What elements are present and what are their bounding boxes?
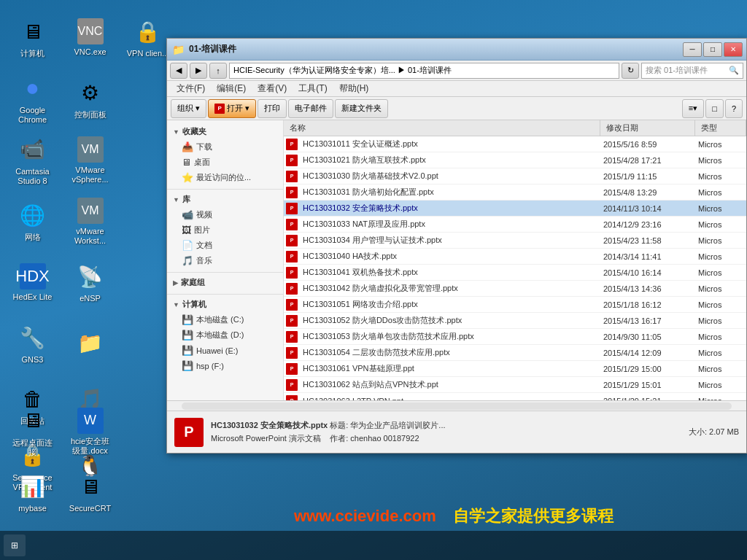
table-row[interactable]: PHC13031054 二层攻击防范技术应用.pptx2015/4/14 12:… <box>284 345 746 361</box>
desktop-icon-hcie[interactable]: W hcie安全班级量.docx <box>63 402 117 461</box>
new-folder-button[interactable]: 新建文件夹 <box>335 99 388 118</box>
hcie-label: hcie安全班级量.docx <box>71 437 109 456</box>
desktop-icon-securecrt[interactable]: 🖥 SecureCRT <box>63 464 117 522</box>
sidebar-item-recent[interactable]: ⭐ 最近访问的位... <box>167 170 283 185</box>
view-icon: ≡▾ <box>689 104 697 113</box>
table-row[interactable]: PHC13031030 防火墙基础技术V2.0.ppt2015/1/9 11:1… <box>284 168 746 184</box>
start-button[interactable]: ⊞ <box>4 534 26 556</box>
back-button[interactable]: ◀ <box>170 63 187 79</box>
desktop-icon-vnc[interactable]: VNC VNC.exe <box>63 9 117 67</box>
search-box[interactable]: 搜索 01-培训课件 🔍 <box>641 63 743 79</box>
horizontal-scrollbar[interactable] <box>167 400 746 411</box>
status-info: HC13031032 安全策略技术.pptx 标题: 华为企业产品培训训胶片..… <box>211 419 681 445</box>
sidebar-item-downloads[interactable]: 📥 下载 <box>167 139 283 155</box>
refresh-button[interactable]: ↻ <box>622 63 639 79</box>
sidebar-item-images[interactable]: 🖼 图片 <box>167 222 283 238</box>
file-date-cell: 2015/1/9 11:15 <box>600 172 695 181</box>
vmware1-icon: VM <box>77 136 104 163</box>
file-list-body[interactable]: PHC13031011 安全认证概述.pptx2015/5/16 8:59Mic… <box>284 136 746 400</box>
sidebar-item-music[interactable]: 🎵 音乐 <box>167 253 283 268</box>
sidebar-item-disk-c[interactable]: 💾 本地磁盘 (C:) <box>167 312 283 327</box>
table-row[interactable]: PHC13031051 网络攻击介绍.pptx2015/1/18 16:12Mi… <box>284 297 746 313</box>
sidebar-item-huawei[interactable]: 💾 Huawei (E:) <box>167 343 283 358</box>
recent-label: 最近访问的位... <box>196 172 251 183</box>
organize-button[interactable]: 组织 ▾ <box>171 99 206 118</box>
horizontal-scrollbar-thumb[interactable] <box>182 402 732 410</box>
ppt-file-icon: P <box>286 315 298 327</box>
homegroup-arrow: ▶ <box>173 279 178 287</box>
mybase-label: mybase <box>18 504 47 513</box>
minimize-button[interactable]: ─ <box>683 42 702 57</box>
menu-tools[interactable]: 工具(T) <box>293 81 333 96</box>
sidebar-item-hsp[interactable]: 💾 hsp (F:) <box>167 358 283 373</box>
column-header-type[interactable]: 类型 <box>695 120 746 136</box>
table-row[interactable]: PHC13031042 防火墙虚拟化及带宽管理.pptx2015/4/13 14… <box>284 281 746 297</box>
library-label: 库 <box>182 194 190 205</box>
sidebar-divider-1 <box>167 189 283 190</box>
table-row[interactable]: PHC13031021 防火墙互联技术.pptx2015/4/28 17:21M… <box>284 152 746 168</box>
desktop-icon-remote[interactable]: 🖥 远程桌面连接 <box>5 402 60 461</box>
table-row[interactable]: PHC13031031 防火墙初始化配置.pptx2015/4/8 13:29M… <box>284 184 746 201</box>
desktop-icon-vmware1[interactable]: VM VMwarevSphere... <box>63 131 117 190</box>
desktop-icon-control[interactable]: ⚙ 控制面板 <box>63 70 117 128</box>
desktop-icon-camtasia[interactable]: 📹 CamtasiaStudio 8 <box>5 131 60 190</box>
desktop-icon-computer[interactable]: 🖥 计算机 <box>5 9 60 67</box>
search-icon: 🔍 <box>729 66 739 75</box>
desktop-icon-mybase[interactable]: 📊 mybase <box>5 464 60 522</box>
menu-help[interactable]: 帮助(H) <box>333 81 375 96</box>
new-window-button[interactable]: □ <box>705 99 724 118</box>
table-row[interactable]: PHC13031040 HA技术.pptx2014/3/14 11:41Micr… <box>284 249 746 265</box>
table-row[interactable]: PHC13031053 防火墙单包攻击防范技术应用.pptx2014/9/30 … <box>284 329 746 345</box>
desktop-icon-gns3[interactable]: 🔧 GNS3 <box>5 315 60 373</box>
sidebar-header-library[interactable]: ▼ 库 <box>167 192 283 207</box>
desktop-icon-hedex[interactable]: HDX HedEx Lite <box>5 254 60 312</box>
menu-file[interactable]: 文件(F) <box>171 81 211 96</box>
table-row[interactable]: PHC13031034 用户管理与认证技术.pptx2015/4/23 11:5… <box>284 233 746 249</box>
desktop-icon-folder[interactable]: 📁 <box>63 315 117 373</box>
maximize-button[interactable]: □ <box>703 42 722 57</box>
main-area: ▼ 收藏夹 📥 下载 🖥 桌面 ⭐ 最近访问的位... <box>167 120 746 400</box>
forward-button[interactable]: ▶ <box>190 63 207 79</box>
taskbar[interactable]: ⊞ <box>0 531 747 560</box>
table-row[interactable]: PHC13031061 VPN基础原理.ppt2015/1/29 15:00Mi… <box>284 361 746 377</box>
table-row[interactable]: PHC13031032 安全策略技术.pptx2014/11/3 10:14Mi… <box>284 201 746 217</box>
view-button[interactable]: ≡▾ <box>682 99 704 118</box>
sidebar-header-computer[interactable]: ▼ 计算机 <box>167 297 283 312</box>
menu-view[interactable]: 查看(V) <box>252 81 293 96</box>
help-button[interactable]: ? <box>725 99 743 118</box>
file-icon-cell: P <box>284 155 300 166</box>
sidebar-header-homegroup[interactable]: ▶ 家庭组 <box>167 275 283 290</box>
file-date-cell: 2015/4/23 11:58 <box>600 236 695 245</box>
print-button[interactable]: 打印 <box>258 99 287 118</box>
up-button[interactable]: ↑ <box>209 63 227 79</box>
sidebar-item-docs[interactable]: 📄 文档 <box>167 238 283 253</box>
table-row[interactable]: PHC13031063 L2TP VPN.ppt2015/1/29 15:21M… <box>284 393 746 400</box>
sidebar-item-disk-d[interactable]: 💾 本地磁盘 (D:) <box>167 327 283 343</box>
column-header-date[interactable]: 修改日期 <box>600 120 695 136</box>
desktop-icon-ensp[interactable]: 📡 eNSP <box>63 254 117 312</box>
computer-label: 计算机 <box>20 49 44 58</box>
sidebar-item-video[interactable]: 📹 视频 <box>167 207 283 222</box>
table-row[interactable]: PHC13031062 站点到站点VPN技术.ppt2015/1/29 15:0… <box>284 377 746 393</box>
table-row[interactable]: PHC13031052 防火墙DDos攻击防范技术.pptx2015/4/13 … <box>284 313 746 329</box>
address-path[interactable]: HCIE-Security（华为认证网络安全专家）培... ▶ 01-培训课件 <box>229 63 619 79</box>
table-row[interactable]: PHC13031041 双机热备技术.pptx2015/4/10 16:14Mi… <box>284 265 746 281</box>
table-row[interactable]: PHC13031033 NAT原理及应用.pptx2014/12/9 23:16… <box>284 217 746 233</box>
file-date-cell: 2015/4/14 12:09 <box>600 349 695 357</box>
menu-edit[interactable]: 编辑(E) <box>211 81 252 96</box>
camtasia-label: CamtasiaStudio 8 <box>15 167 49 186</box>
sidebar-item-desktop[interactable]: 🖥 桌面 <box>167 155 283 170</box>
new-folder-label: 新建文件夹 <box>341 103 382 114</box>
close-button[interactable]: ✕ <box>724 42 743 57</box>
table-row[interactable]: PHC13031011 安全认证概述.pptx2015/5/16 8:59Mic… <box>284 136 746 152</box>
desktop-icon-network[interactable]: 🌐 网络 <box>5 192 60 251</box>
desktop-icon-vmware2[interactable]: VM vMwareWorkst... <box>63 192 117 251</box>
desktop: 🖥 计算机 ● GoogleChrome 📹 CamtasiaStudio 8 … <box>0 0 747 560</box>
open-button[interactable]: P 打开 ▾ <box>208 99 256 118</box>
email-button[interactable]: 电子邮件 <box>288 99 333 118</box>
file-date-cell: 2014/3/14 11:41 <box>600 252 695 261</box>
sidebar-header-favorites[interactable]: ▼ 收藏夹 <box>167 124 283 139</box>
desktop-icon-chrome[interactable]: ● GoogleChrome <box>5 70 60 128</box>
column-header-name[interactable]: 名称 <box>284 120 600 136</box>
status-filetype: Microsoft PowerPoint 演示文稿 作者: chenhao 00… <box>211 432 681 446</box>
